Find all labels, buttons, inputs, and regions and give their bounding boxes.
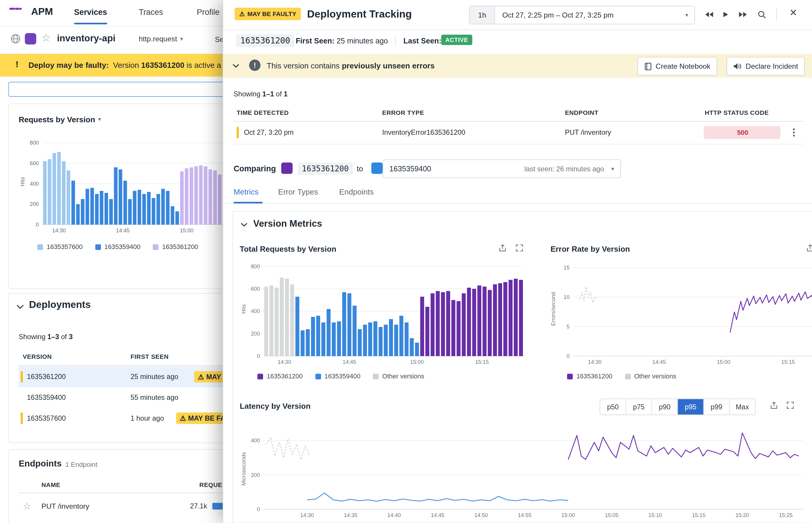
- svg-text:14:30: 14:30: [588, 359, 602, 365]
- banner-prefix: Deploy may be faulty:: [29, 61, 109, 70]
- svg-text:Hits: Hits: [241, 304, 247, 313]
- svg-text:15:00: 15:00: [180, 227, 193, 234]
- create-notebook-button[interactable]: Create Notebook: [638, 57, 717, 76]
- legend-label: 1635357600: [47, 244, 83, 251]
- percentile-p95[interactable]: p95: [678, 399, 704, 414]
- svg-text:15:25: 15:25: [779, 512, 793, 518]
- rewind-icon[interactable]: [705, 11, 714, 18]
- legend-label: 1635359400: [324, 373, 360, 380]
- legend-swatch: [95, 244, 101, 250]
- collapse-chevron-icon[interactable]: [241, 222, 248, 227]
- tab-error-types[interactable]: Error Types: [278, 187, 318, 196]
- close-icon[interactable]: ×: [790, 6, 797, 19]
- svg-text:14:55: 14:55: [518, 512, 532, 518]
- requests-chart-title-dropdown[interactable]: Requests by Version ▾: [19, 115, 101, 124]
- latency-chart[interactable]: 020040014:3014:3514:4014:4514:5014:5515:…: [240, 426, 808, 520]
- banner-suffix: is active a: [187, 61, 221, 70]
- legend-item[interactable]: 1635359400: [95, 244, 140, 251]
- tab-endpoints[interactable]: Endpoints: [339, 187, 374, 196]
- operation-dropdown[interactable]: http.request ▾: [139, 35, 183, 43]
- percentile-p50[interactable]: p50: [600, 399, 626, 414]
- legend-swatch: [567, 373, 573, 379]
- error-rate-chart[interactable]: 05101514:3014:4515:0015:15Errors/second: [549, 259, 812, 366]
- may-be-faulty-badge: ⚠MAY BE FAULTY: [234, 8, 301, 20]
- legend-item[interactable]: 1635359400: [315, 373, 360, 380]
- error-time: Oct 27, 3:20 pm: [244, 128, 294, 136]
- export-icon[interactable]: [770, 402, 778, 409]
- table-row[interactable]: Oct 27, 3:20 pm InventoryError1635361200…: [234, 121, 804, 144]
- chevron-down-icon: ▾: [686, 12, 688, 18]
- banner-version: 1635361200: [141, 61, 184, 70]
- percentile-p75[interactable]: p75: [626, 399, 652, 414]
- declare-incident-label: Declare Incident: [746, 62, 798, 71]
- tab-metrics[interactable]: Metrics: [234, 187, 259, 196]
- legend-item[interactable]: 1635361200: [567, 373, 612, 380]
- first-seen-label: First Seen:: [296, 37, 334, 45]
- status-code-pill: 500: [704, 126, 780, 139]
- error-rate-legend: 1635361200 Other versions: [567, 373, 676, 380]
- legend-item[interactable]: Other versions: [373, 373, 424, 380]
- svg-text:600: 600: [30, 160, 39, 166]
- expand-icon[interactable]: [787, 402, 794, 409]
- search-input[interactable]: [8, 82, 225, 97]
- svg-text:15:00: 15:00: [717, 359, 730, 365]
- export-icon[interactable]: [806, 244, 812, 252]
- deployment-first-seen: 55 minutes ago: [130, 394, 178, 401]
- requests-by-version-chart[interactable]: 020040060080014:3014:4515:00Hits: [19, 136, 231, 235]
- legend-item[interactable]: 1635357600: [37, 244, 83, 251]
- legend-swatch: [625, 373, 631, 379]
- time-range-selector[interactable]: 1h Oct 27, 2:25 pm – Oct 27, 3:25 pm ▾: [469, 6, 695, 24]
- notebook-icon: [644, 62, 651, 70]
- compare-version-dropdown[interactable]: 1635359400 last seen: 26 minutes ago ▾: [383, 160, 621, 178]
- legend-item[interactable]: 1635361200: [258, 373, 303, 380]
- svg-text:14:45: 14:45: [342, 359, 356, 365]
- svg-text:800: 800: [30, 140, 39, 146]
- play-icon[interactable]: [722, 11, 729, 18]
- legend-label: Other versions: [382, 373, 424, 380]
- header-divider: [776, 9, 777, 21]
- percentile-p99[interactable]: p99: [704, 399, 729, 414]
- menu-icon[interactable]: [9, 8, 22, 12]
- collapse-chevron-icon[interactable]: [232, 64, 239, 68]
- tab-traces[interactable]: Traces: [139, 8, 163, 17]
- export-icon[interactable]: [498, 244, 506, 252]
- col-http-status: HTTP STATUS CODE: [705, 109, 769, 116]
- tab-profile[interactable]: Profile: [197, 8, 219, 17]
- create-notebook-label: Create Notebook: [656, 62, 710, 71]
- faulty-marker: [236, 127, 239, 138]
- svg-text:14:40: 14:40: [387, 512, 401, 518]
- time-preset[interactable]: 1h: [470, 6, 495, 24]
- banner-text: Deploy may be faulty: Version 1635361200…: [29, 61, 221, 70]
- version-metrics-title: Version Metrics: [253, 218, 322, 229]
- deployment-version: 1635357600: [27, 414, 66, 422]
- expand-icon[interactable]: [516, 244, 523, 251]
- compare-version-value: 1635359400: [383, 164, 431, 173]
- col-time-detected: TIME DETECTED: [236, 109, 289, 116]
- collapse-chevron-icon[interactable]: [17, 304, 24, 309]
- percentile-p90[interactable]: p90: [652, 399, 678, 414]
- favorite-star-icon[interactable]: ☆: [23, 500, 31, 512]
- tab-services[interactable]: Services: [74, 8, 107, 17]
- zoom-icon[interactable]: [758, 11, 766, 19]
- svg-text:14:35: 14:35: [344, 512, 357, 518]
- favorite-star-icon[interactable]: ☆: [41, 32, 51, 44]
- tab-profile-label: Profile: [197, 8, 219, 17]
- svg-text:15:00: 15:00: [410, 359, 424, 365]
- kebab-menu-icon[interactable]: [793, 128, 795, 137]
- legend-item[interactable]: Other versions: [625, 373, 676, 380]
- svg-text:Microseconds: Microseconds: [241, 452, 247, 486]
- chevron-down-icon: ▾: [612, 165, 614, 172]
- declare-incident-button[interactable]: Declare Incident: [727, 57, 805, 76]
- svg-text:15:10: 15:10: [649, 512, 662, 518]
- total-requests-chart[interactable]: 020040060080014:3014:4515:0015:15Hits: [240, 259, 528, 366]
- deployment-first-seen: 1 hour ago: [130, 414, 164, 422]
- percentile-max[interactable]: Max: [729, 399, 755, 414]
- legend-item[interactable]: 1635361200: [153, 244, 198, 251]
- svg-text:200: 200: [30, 201, 39, 207]
- errors-table-header: TIME DETECTED ERROR TYPE ENDPOINT HTTP S…: [234, 106, 804, 122]
- col-endpoint: ENDPOINT: [565, 109, 598, 116]
- fast-forward-icon[interactable]: [738, 11, 747, 18]
- latency-title: Latency by Version: [240, 402, 311, 411]
- svg-text:200: 200: [251, 472, 260, 478]
- svg-text:14:50: 14:50: [475, 512, 488, 518]
